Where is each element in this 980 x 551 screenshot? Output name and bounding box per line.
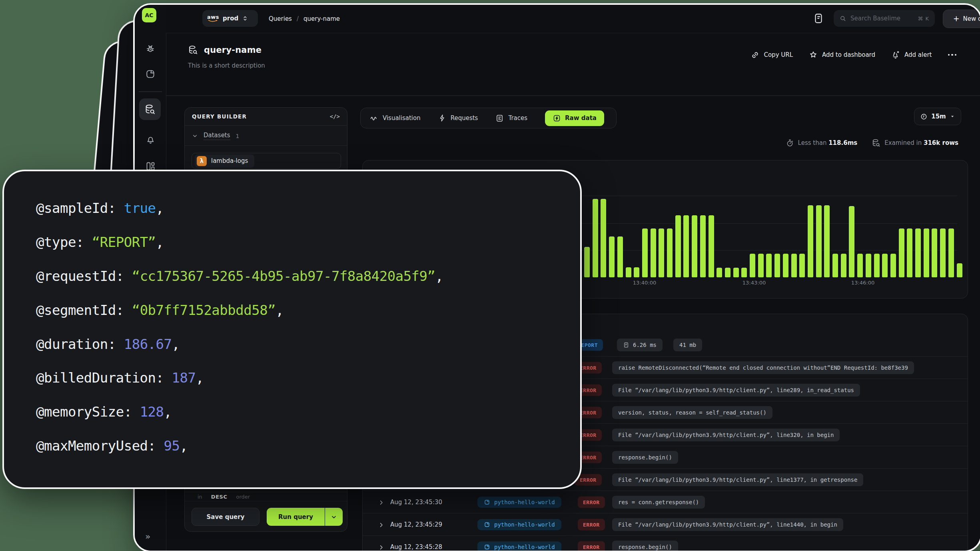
trace-list-icon — [495, 114, 504, 122]
clock-icon — [920, 113, 928, 120]
avatar[interactable]: AC — [142, 8, 156, 22]
chart-bar — [584, 247, 590, 277]
time-range-value: 15m — [931, 113, 946, 120]
code-line: @maxMemoryUsed: 95, — [36, 429, 564, 463]
service-cube-icon — [484, 521, 490, 528]
log-message-chip: version, status, reason = self_read_stat… — [612, 406, 772, 419]
bug-icon — [145, 44, 156, 55]
save-query-button[interactable]: Save query — [192, 508, 259, 526]
updown-chevron-icon — [242, 15, 248, 22]
chart-bar — [634, 267, 639, 277]
sidebar-item-alerts[interactable] — [135, 134, 166, 144]
tab-raw-data[interactable]: Raw data — [545, 110, 604, 126]
chart-bars — [584, 199, 965, 277]
order-in-label: in — [198, 494, 202, 500]
global-search[interactable]: Search Baselime ⌘ K — [834, 10, 935, 27]
log-message-chip: File “/var/lang/lib/python3.9/http/clien… — [612, 518, 843, 531]
chart-bar — [948, 228, 954, 277]
stopwatch-icon — [786, 139, 794, 147]
breadcrumb-query-name[interactable]: query-name — [303, 15, 340, 22]
latency-value: 118.6ms — [828, 139, 857, 146]
log-timestamp: Aug 12, 23:45:30 — [390, 499, 442, 506]
service-chip[interactable]: python-hello-world — [477, 541, 561, 551]
run-query-button[interactable]: Run query — [267, 508, 343, 526]
plus-icon: + — [953, 15, 960, 22]
environment-name: prod — [223, 15, 238, 22]
chart-bar — [907, 228, 912, 277]
sidebar-item-errors[interactable] — [135, 44, 166, 55]
more-actions-button[interactable] — [948, 54, 957, 56]
chart-bar — [791, 254, 797, 277]
sidebar-item-queries[interactable] — [139, 98, 161, 120]
database-search-icon — [144, 104, 156, 115]
code-view-toggle[interactable]: </> — [330, 113, 340, 120]
chevron-down-icon — [331, 514, 337, 520]
chevron-right-icon — [378, 500, 384, 506]
log-message-chip: response.begin() — [612, 451, 678, 464]
database-search-icon — [872, 138, 880, 147]
latency-stat: Less than 118.6ms — [786, 139, 858, 147]
dataset-item[interactable]: λ lambda-logs — [192, 153, 341, 169]
expand-row-icon[interactable] — [378, 499, 384, 506]
examined-value: 316k rows — [924, 139, 958, 146]
sidebar-expand-button[interactable]: » — [145, 531, 150, 541]
breadcrumb-queries[interactable]: Queries — [269, 15, 292, 22]
chart-bar — [593, 199, 598, 277]
chart-bar — [659, 228, 664, 277]
raw-data-icon — [553, 114, 561, 122]
x-tick-label: 13:46:00 — [851, 280, 874, 286]
expand-row-icon[interactable] — [378, 521, 384, 529]
chart-bar — [717, 268, 722, 277]
tab-requests[interactable]: Requests — [438, 114, 478, 122]
code-line: @sampleId: true, — [36, 191, 564, 225]
link-icon — [751, 51, 759, 59]
level-badge: ERROR — [578, 519, 605, 531]
add-alert-button[interactable]: Add alert — [891, 50, 932, 59]
order-suffix-label: order — [236, 494, 250, 500]
datasets-label: Datasets — [204, 132, 230, 140]
query-stats: Less than 118.6ms Examined in 316k rows — [786, 138, 958, 147]
expand-row-icon[interactable] — [378, 543, 384, 551]
chart-bar — [824, 205, 830, 277]
environment-selector[interactable]: aws prod — [202, 10, 258, 27]
log-detail-overlay: @sampleId: true,@type: “REPORT”,@request… — [2, 170, 582, 489]
chart-bar — [733, 268, 739, 277]
sidebar-item-deployments[interactable] — [135, 69, 166, 79]
bell-icon — [145, 134, 156, 144]
order-row: in DESC order — [185, 492, 347, 501]
chart-bar — [683, 215, 689, 277]
chart-bar — [675, 215, 681, 277]
code-line: @type: “REPORT”, — [36, 225, 564, 259]
chart-bar — [849, 206, 854, 277]
log-row[interactable]: Aug 12, 23:45:30python-hello-worldERRORr… — [363, 491, 968, 513]
log-row[interactable]: Aug 12, 23:45:28python-hello-worldERRORr… — [363, 535, 968, 551]
page-title: query-name — [204, 45, 261, 55]
log-row[interactable]: Aug 12, 23:45:29python-hello-worldERRORF… — [363, 513, 968, 536]
database-search-icon — [188, 45, 198, 55]
changelog-button[interactable] — [812, 12, 824, 24]
service-chip[interactable]: python-hello-world — [477, 519, 561, 530]
order-direction[interactable]: DESC — [211, 494, 228, 500]
tab-visualisation[interactable]: Visualisation — [369, 114, 421, 122]
new-query-button[interactable]: + New query — [943, 10, 980, 28]
time-range-selector[interactable]: 15m — [914, 108, 961, 125]
chevron-right-icon — [378, 522, 384, 528]
query-builder-header: QUERY BUILDER </> — [185, 108, 347, 126]
chart-bar — [667, 228, 673, 277]
chart-bar — [932, 228, 937, 277]
chart-bar — [924, 228, 929, 277]
wave-icon — [369, 114, 378, 122]
log-message-chip: response.begin() — [612, 541, 678, 551]
run-query-options-button[interactable] — [325, 508, 343, 526]
datasets-section-toggle[interactable]: Datasets 1 — [185, 126, 347, 146]
log-timestamp: Aug 12, 23:45:29 — [390, 521, 442, 528]
tab-traces[interactable]: Traces — [495, 114, 527, 122]
service-chip[interactable]: python-hello-world — [477, 497, 561, 508]
copy-url-button[interactable]: Copy URL — [751, 51, 793, 59]
examined-stat: Examined in 316k rows — [872, 138, 958, 147]
add-to-dashboard-button[interactable]: Add to dashboard — [809, 50, 875, 59]
chart-bar — [882, 254, 888, 277]
code-line: @memorySize: 128, — [36, 395, 564, 429]
code-lines: @sampleId: true,@type: “REPORT”,@request… — [36, 191, 564, 463]
chart-bar — [709, 215, 714, 277]
